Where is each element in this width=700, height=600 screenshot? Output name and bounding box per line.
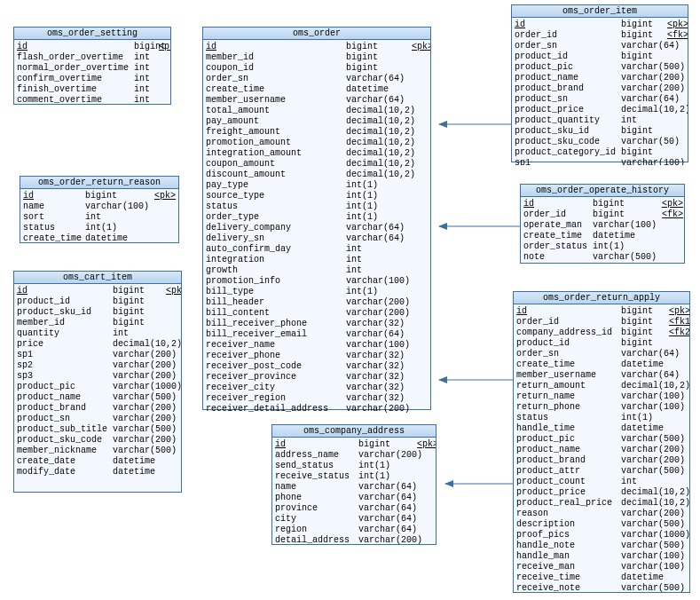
column-type: datetime — [113, 467, 166, 478]
column-row: product_snvarchar(64) — [515, 94, 685, 105]
column-type: varchar(64) — [358, 503, 417, 514]
column-name: freight_amount — [206, 127, 346, 138]
column-type: int — [113, 328, 166, 339]
column-row: source_typeint(1) — [206, 191, 428, 201]
column-name: integration_amount — [206, 148, 346, 159]
column-row: member_nicknamevarchar(500) — [17, 446, 178, 456]
column-type: int(1) — [358, 471, 417, 482]
column-row: receive_timedatetime — [516, 572, 687, 583]
column-row: order_typeint(1) — [206, 212, 428, 223]
column-name: bill_receiver_email — [206, 329, 346, 340]
entity-oms_order_operate_history[interactable]: oms_order_operate_historyidbigint<pk>ord… — [520, 184, 685, 264]
column-row: pay_typeint(1) — [206, 180, 428, 191]
entity-oms_order_item[interactable]: oms_order_itemidbigint<pk>order_idbigint… — [511, 4, 688, 162]
column-row: create_timedatetime — [523, 231, 681, 241]
column-name: address_name — [275, 450, 358, 461]
column-row: receive_manvarchar(100) — [516, 562, 687, 572]
column-type: varchar(32) — [346, 319, 412, 329]
column-name: create_date — [17, 456, 113, 467]
column-name: promotion_info — [206, 276, 346, 287]
column-name: source_type — [206, 191, 346, 201]
column-row: sp1varchar(100) — [515, 158, 685, 165]
column-name: product_pic — [516, 434, 621, 445]
column-row: coupon_idbigint — [206, 63, 428, 74]
column-type: bigint — [134, 42, 159, 52]
column-row: order_statusint(1) — [523, 241, 681, 252]
column-row: create_timedatetime — [23, 233, 176, 244]
entity-oms_order_setting[interactable]: oms_order_settingidbigint<pk>flash_order… — [13, 27, 171, 105]
column-name: return_phone — [516, 402, 621, 413]
column-name: member_id — [206, 52, 346, 63]
column-type: varchar(1000) — [621, 530, 669, 541]
column-name: phone — [275, 493, 358, 503]
column-type: bigint — [621, 306, 669, 317]
column-row: operate_manvarchar(100) — [523, 220, 681, 231]
column-type: int(1) — [85, 223, 154, 233]
column-name: id — [523, 199, 593, 209]
column-name: id — [516, 306, 621, 317]
column-name: comment_overtime — [17, 95, 134, 106]
column-type: decimal(10,2) — [346, 138, 412, 148]
column-row: idbigint<pk> — [523, 199, 681, 209]
column-type: varchar(32) — [346, 383, 412, 393]
entity-oms_order_return_reason[interactable]: oms_order_return_reasonidbigint<pk>namev… — [20, 176, 179, 243]
column-name: receiver_post_code — [206, 361, 346, 372]
entity-oms_cart_item[interactable]: oms_cart_itemidbigint<pk>product_idbigin… — [13, 271, 182, 493]
column-row: product_pricedecimal(10,2) — [515, 105, 685, 115]
entity-oms_order_return_apply[interactable]: oms_order_return_applyidbigint<pk>order_… — [513, 291, 690, 593]
entity-oms_order[interactable]: oms_orderidbigint<pk>member_idbigintcoup… — [202, 27, 431, 410]
column-type: datetime — [621, 359, 669, 370]
column-name: bill_header — [206, 297, 346, 308]
column-type: int(1) — [346, 287, 412, 297]
column-row: bill_receiver_emailvarchar(64) — [206, 329, 428, 340]
column-name: product_sku_id — [17, 307, 113, 318]
column-name: product_quantity — [515, 115, 621, 126]
column-type: bigint — [621, 328, 669, 338]
column-name: return_name — [516, 391, 621, 402]
column-type: bigint — [621, 147, 667, 158]
column-row: provincevarchar(64) — [275, 503, 433, 514]
entity-body: idbigint<pk>flash_order_overtimeintnorma… — [14, 40, 170, 107]
column-row: sp3varchar(200) — [17, 371, 178, 382]
column-name: member_username — [516, 370, 621, 381]
column-type: datetime — [85, 233, 154, 244]
column-name: product_brand — [515, 83, 621, 94]
column-row: receive_statusint(1) — [275, 471, 433, 482]
column-name: product_sku_code — [515, 137, 621, 147]
column-row: idbigint<pk> — [275, 439, 433, 450]
column-type: varchar(64) — [346, 233, 412, 244]
column-name: sp2 — [17, 360, 113, 371]
column-type: varchar(200) — [621, 509, 669, 519]
column-row: discount_amountdecimal(10,2) — [206, 170, 428, 180]
column-name: member_nickname — [17, 446, 113, 456]
column-type: bigint — [346, 63, 412, 74]
column-type: bigint — [621, 338, 669, 349]
column-row: company_address_idbigint<fk2> — [516, 328, 687, 338]
column-type: decimal(10,2) — [621, 105, 667, 115]
entity-oms_company_address[interactable]: oms_company_addressidbigint<pk>address_n… — [271, 424, 437, 545]
column-type: varchar(100) — [346, 276, 412, 287]
column-type: varchar(64) — [346, 95, 412, 106]
column-row: order_snvarchar(64) — [516, 349, 687, 359]
column-type: varchar(200) — [346, 308, 412, 319]
column-type: int(1) — [621, 413, 669, 423]
column-row: product_pricedecimal(10,2) — [516, 487, 687, 498]
column-type: bigint — [593, 209, 662, 220]
column-type: bigint — [358, 439, 417, 450]
entity-title: oms_cart_item — [14, 272, 181, 284]
column-type: decimal(10,2) — [346, 106, 412, 116]
column-name: status — [23, 223, 85, 233]
column-row: order_idbigint<fk> — [523, 209, 681, 220]
column-name: status — [206, 201, 346, 212]
column-type: varchar(200) — [346, 297, 412, 308]
column-type: bigint — [621, 126, 667, 137]
column-row: member_usernamevarchar(64) — [206, 95, 428, 106]
entity-title: oms_order_item — [512, 5, 688, 18]
column-key: <pk> — [159, 42, 170, 52]
column-type: varchar(100) — [621, 551, 669, 562]
column-name: total_amount — [206, 106, 346, 116]
column-row: bill_receiver_phonevarchar(32) — [206, 319, 428, 329]
column-row: receiver_post_codevarchar(32) — [206, 361, 428, 372]
column-row: product_countint — [516, 477, 687, 487]
column-name: product_sub_title — [17, 424, 113, 435]
